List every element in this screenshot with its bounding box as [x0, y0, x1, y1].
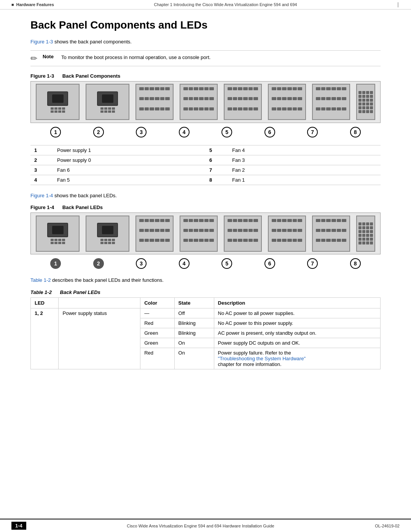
note-text: To monitor the boot process in normal op… [61, 54, 210, 61]
hw-unit-fan2 [180, 84, 218, 120]
hw-unit-ps1 [36, 84, 80, 120]
led-state-col-header: State [174, 297, 214, 308]
led-color-cell: Red [140, 318, 174, 328]
led-label-cell: Power supply status [59, 308, 140, 369]
table-row: 1 Power supply 1 5 Fan 4 [30, 145, 381, 155]
hw-unit-fan1 [135, 84, 174, 120]
comp-label-6: Fan 3 [228, 155, 381, 165]
comp-label-4: Fan 5 [53, 175, 206, 185]
note-box: ✏ Note To monitor the boot process in no… [30, 50, 381, 66]
num-circle-4: 4 [179, 127, 190, 137]
comp-num-6: 6 [206, 155, 228, 165]
num-circle-5: 5 [221, 127, 232, 137]
page-footer: 1-4 Cisco Wide Area Virtualization Engin… [0, 519, 411, 532]
table-number: 1-2 [45, 289, 52, 295]
header-section-label: ■ Hardware Features [11, 2, 54, 7]
numbers-row-2: 1 2 3 4 5 6 7 8 [30, 256, 381, 271]
comp-num-1: 1 [30, 145, 53, 155]
table-word: Table [30, 289, 43, 295]
comp-label-2: Power supply 0 [53, 155, 206, 165]
footer-doc-number: OL-24619-02 [375, 524, 400, 528]
led-desc-cell: Power supply DC outputs on and OK. [214, 338, 380, 348]
num-circle2-5: 5 [221, 258, 232, 269]
led-table: LED Color State Description 1, 2 Power s… [30, 297, 381, 369]
page-header: ■ Hardware Features Chapter 1 Introducin… [0, 0, 411, 10]
page-number: 1-4 [11, 522, 26, 530]
figure2-link[interactable]: Figure 1-4 [30, 193, 53, 198]
num-circle-8: 8 [350, 127, 361, 137]
figure1-link[interactable]: Figure 1-3 [30, 39, 53, 45]
hw-unit2-fan6 [356, 216, 375, 252]
led-num-cell: 1, 2 [31, 308, 59, 369]
hw-unit-fan3 [224, 84, 262, 120]
hw-unit2-fan1 [135, 216, 174, 252]
table-row: 3 Fan 6 7 Fan 2 [30, 165, 381, 175]
figure2-word: Figure [30, 204, 46, 210]
led-color-col-header: Color [140, 297, 174, 308]
note-label: Note [43, 54, 56, 59]
back-panel-diagram-2 [30, 212, 381, 254]
led-desc-cell: No AC power to all power supplies. [214, 308, 380, 318]
comp-num-4: 4 [30, 175, 53, 185]
header-right-marker: │ [397, 2, 400, 7]
comp-num-3: 3 [30, 165, 53, 175]
num-circle-1: 1 [50, 127, 61, 137]
table-link[interactable]: Table 1-2 [30, 277, 51, 283]
hw-unit-fan5 [312, 84, 350, 120]
led-state-cell: Blinking [174, 318, 214, 328]
comp-label-1: Power supply 1 [53, 145, 206, 155]
table-row: 1, 2 Power supply status — Off No AC pow… [31, 308, 381, 318]
num-circle2-4: 4 [179, 258, 190, 269]
num-circle2-8: 8 [350, 258, 361, 269]
led-color-cell: Red [140, 348, 174, 369]
hw-unit2-ps1 [36, 216, 80, 252]
table-intro-para: Table 1-2 describes the back panel LEDs … [30, 276, 381, 284]
num-circle2-2: 2 [93, 258, 104, 269]
hw-unit-fan6 [356, 84, 375, 120]
table-row: 4 Fan 5 8 Fan 1 [30, 175, 381, 185]
back-panel-diagram-1 [30, 81, 381, 123]
num-circle-6: 6 [264, 127, 275, 137]
led-state-cell: Blinking [174, 328, 214, 338]
hw-unit2-ps2 [86, 216, 129, 252]
para2: Figure 1-4 shows the back panel LEDs. [30, 192, 381, 200]
num-circle2-6: 6 [264, 258, 275, 269]
led-state-cell: On [174, 338, 214, 348]
figure2-caption: Figure 1-4 Back Panel LEDs [30, 204, 381, 210]
hw-unit-ps2 [86, 84, 129, 120]
led-table-header-row: LED Color State Description [31, 297, 381, 308]
comp-label-8: Fan 1 [228, 175, 381, 185]
table-row: 2 Power supply 0 6 Fan 3 [30, 155, 381, 165]
hw-unit2-fan2 [180, 216, 218, 252]
figure1-number: Figure [30, 73, 46, 79]
led-desc-cell: AC power is present, only standby output… [214, 328, 380, 338]
comp-num-2: 2 [30, 155, 53, 165]
intro-paragraph: Figure 1-3 shows the back panel componen… [30, 38, 381, 46]
para2-text: shows the back panel LEDs. [54, 193, 117, 198]
footer-title: Cisco Wide Area Virtualization Engine 59… [127, 524, 274, 528]
main-content: Back Panel Components and LEDs Figure 1-… [0, 10, 411, 399]
led-col-header: LED [31, 297, 59, 308]
led-desc-last-cell: Power supply failure. Refer to the "Trou… [214, 348, 380, 369]
figure2-num: 1-4 [47, 204, 54, 210]
comp-num-7: 7 [206, 165, 228, 175]
table-label: Table 1-2 Back Panel LEDs [30, 289, 381, 295]
led-state-cell: Off [174, 308, 214, 318]
figure2-title: Back Panel LEDs [62, 204, 103, 210]
num-circle-7: 7 [307, 127, 318, 137]
led-color-cell: — [140, 308, 174, 318]
num-circle-2: 2 [93, 127, 104, 137]
led-color-cell: Green [140, 338, 174, 348]
note-icon: ✏ [30, 54, 37, 63]
numbers-row-1: 1 2 3 4 5 6 7 8 [30, 125, 381, 140]
figure1-title: Back Panel Components [62, 73, 120, 79]
num-circle-3: 3 [136, 127, 147, 137]
led-description-col-header: Description [214, 297, 380, 308]
troubleshoot-link[interactable]: "Troubleshooting the System Hardware" [218, 356, 306, 361]
comp-label-7: Fan 2 [228, 165, 381, 175]
num-circle2-1: 1 [50, 258, 61, 269]
hw-unit2-fan5 [312, 216, 350, 252]
comp-label-5: Fan 4 [228, 145, 381, 155]
table-title: Back Panel LEDs [60, 289, 100, 295]
intro-para-text: shows the back panel components. [54, 39, 132, 45]
